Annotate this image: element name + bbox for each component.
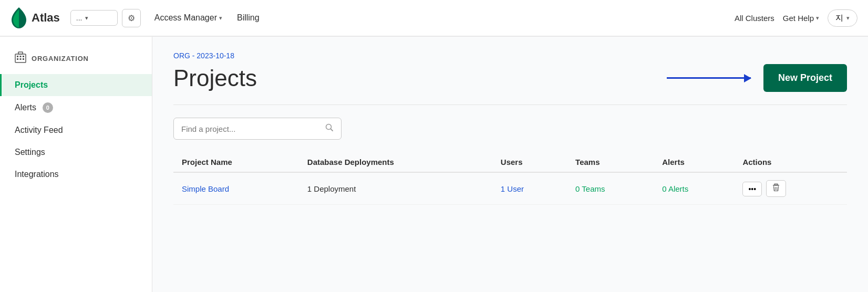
project-name-cell: Simple Board bbox=[173, 172, 299, 205]
svg-rect-7 bbox=[18, 52, 23, 54]
col-project-name: Project Name bbox=[173, 152, 299, 172]
svg-rect-1 bbox=[17, 56, 18, 57]
svg-rect-3 bbox=[23, 56, 24, 57]
all-clusters-link[interactable]: All Clusters bbox=[735, 14, 774, 23]
main-content: ORG - 2023-10-18 Projects New Project Pr… bbox=[152, 37, 868, 292]
users-link[interactable]: 1 User bbox=[501, 184, 524, 193]
access-manager-label: Access Manager bbox=[154, 13, 217, 23]
sidebar-item-alerts[interactable]: Alerts 0 bbox=[0, 96, 152, 119]
svg-rect-11 bbox=[773, 185, 779, 186]
alerts-cell: 0 Alerts bbox=[654, 172, 734, 205]
org-selector-text: ... bbox=[76, 14, 82, 22]
sidebar-section-label: ORGANIZATION bbox=[32, 55, 89, 62]
sidebar-section-header: ORGANIZATION bbox=[0, 51, 152, 74]
teams-cell: 0 Teams bbox=[567, 172, 654, 205]
section-divider bbox=[173, 105, 847, 105]
settings-gear-button[interactable]: ⚙ bbox=[122, 9, 141, 27]
sidebar-activity-label: Activity Feed bbox=[15, 126, 63, 135]
teams-link[interactable]: 0 Teams bbox=[575, 184, 605, 193]
billing-label: Billing bbox=[237, 13, 260, 23]
svg-rect-2 bbox=[20, 56, 22, 57]
search-bar bbox=[173, 118, 342, 140]
get-help-chevron-icon: ▾ bbox=[816, 15, 819, 22]
page-layout: ORGANIZATION Projects Alerts 0 Activity … bbox=[0, 37, 868, 292]
avatar-chevron-icon: ▾ bbox=[846, 15, 850, 22]
deployments-cell: 1 Deployment bbox=[299, 172, 492, 205]
svg-rect-4 bbox=[17, 58, 18, 60]
arrow-line-icon bbox=[667, 77, 751, 79]
alerts-link[interactable]: 0 Alerts bbox=[662, 184, 688, 193]
search-icon bbox=[325, 123, 334, 134]
row-actions-button[interactable]: ••• bbox=[742, 182, 762, 196]
svg-rect-10 bbox=[774, 184, 778, 185]
projects-table: Project Name Database Deployments Users … bbox=[173, 152, 847, 205]
billing-nav-link[interactable]: Billing bbox=[232, 13, 265, 23]
col-actions: Actions bbox=[734, 152, 847, 172]
row-delete-button[interactable] bbox=[766, 180, 786, 197]
table-header: Project Name Database Deployments Users … bbox=[173, 152, 847, 172]
table-body: Simple Board 1 Deployment 1 User 0 Teams… bbox=[173, 172, 847, 205]
col-alerts: Alerts bbox=[654, 152, 734, 172]
col-users: Users bbox=[492, 152, 567, 172]
logo-area: Atlas bbox=[11, 7, 60, 28]
sidebar-settings-label: Settings bbox=[15, 148, 45, 157]
get-help-link[interactable]: Get Help ▾ bbox=[783, 14, 819, 23]
avatar-label: 지 bbox=[835, 13, 843, 23]
users-cell: 1 User bbox=[492, 172, 567, 205]
org-breadcrumb[interactable]: ORG - 2023-10-18 bbox=[173, 51, 847, 60]
col-teams: Teams bbox=[567, 152, 654, 172]
page-header: Projects New Project bbox=[173, 64, 847, 92]
project-name-link[interactable]: Simple Board bbox=[182, 184, 229, 193]
sidebar-item-projects[interactable]: Projects bbox=[0, 74, 152, 96]
org-selector[interactable]: ... ▾ bbox=[70, 10, 118, 26]
access-manager-nav-link[interactable]: Access Manager ▾ bbox=[149, 13, 228, 23]
get-help-label: Get Help bbox=[783, 14, 814, 23]
sidebar-alerts-label: Alerts bbox=[15, 103, 36, 112]
table-row: Simple Board 1 Deployment 1 User 0 Teams… bbox=[173, 172, 847, 205]
alerts-badge: 0 bbox=[43, 102, 53, 113]
sidebar-integrations-label: Integrations bbox=[15, 170, 59, 179]
org-selector-chevron-icon: ▾ bbox=[85, 15, 88, 22]
arrow-decoration bbox=[667, 77, 751, 79]
svg-line-9 bbox=[330, 129, 333, 131]
actions-cell: ••• bbox=[734, 172, 847, 205]
gear-icon: ⚙ bbox=[128, 13, 135, 23]
page-title: Projects bbox=[173, 65, 667, 91]
sidebar-projects-label: Projects bbox=[15, 80, 48, 90]
svg-rect-5 bbox=[20, 58, 22, 60]
nav-right: All Clusters Get Help ▾ 지 ▾ bbox=[735, 9, 857, 27]
sidebar: ORGANIZATION Projects Alerts 0 Activity … bbox=[0, 37, 152, 292]
table-header-row: Project Name Database Deployments Users … bbox=[173, 152, 847, 172]
sidebar-item-integrations[interactable]: Integrations bbox=[0, 163, 152, 185]
topnav: Atlas ... ▾ ⚙ Access Manager ▾ Billing A… bbox=[0, 0, 868, 37]
ellipsis-icon: ••• bbox=[748, 185, 756, 193]
org-section-icon bbox=[15, 51, 26, 66]
sidebar-item-settings[interactable]: Settings bbox=[0, 141, 152, 163]
search-input[interactable] bbox=[181, 124, 321, 133]
avatar-button[interactable]: 지 ▾ bbox=[828, 9, 857, 27]
atlas-logo-icon bbox=[11, 7, 27, 28]
new-project-button[interactable]: New Project bbox=[763, 64, 847, 92]
app-name: Atlas bbox=[32, 11, 60, 25]
access-manager-chevron-icon: ▾ bbox=[219, 15, 222, 22]
sidebar-item-activity-feed[interactable]: Activity Feed bbox=[0, 119, 152, 141]
svg-rect-6 bbox=[23, 58, 24, 60]
trash-icon bbox=[772, 183, 780, 194]
col-deployments: Database Deployments bbox=[299, 152, 492, 172]
